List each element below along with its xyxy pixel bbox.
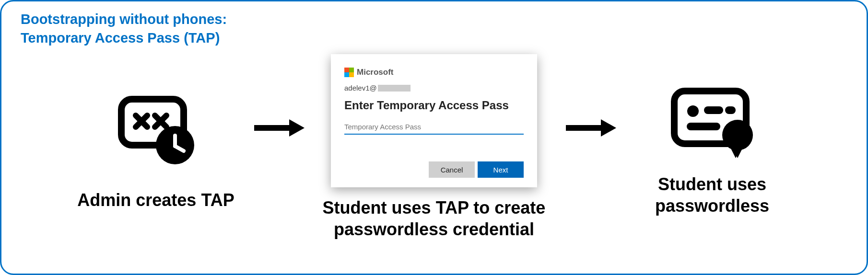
step-admin-creates-tap: Admin creates TAP bbox=[65, 84, 247, 211]
dialog-heading: Enter Temporary Access Pass bbox=[344, 99, 524, 112]
arrow-right-icon bbox=[563, 114, 616, 142]
arrow-1 bbox=[247, 114, 309, 142]
svg-marker-9 bbox=[289, 119, 305, 137]
step3-caption: Student uses passwordless bbox=[655, 173, 769, 217]
svg-rect-15 bbox=[725, 106, 736, 114]
arrow-right-icon bbox=[252, 114, 305, 142]
step-student-uses-tap: Microsoft adelev1@ Enter Temporary Acces… bbox=[309, 54, 559, 240]
dialog-buttons: Cancel Next bbox=[344, 161, 524, 178]
svg-point-17 bbox=[722, 120, 753, 150]
step3-caption-line2: passwordless bbox=[655, 196, 769, 216]
next-button[interactable]: Next bbox=[478, 161, 524, 178]
step-student-passwordless: Student uses passwordless bbox=[621, 78, 803, 217]
svg-rect-16 bbox=[687, 123, 720, 130]
svg-rect-14 bbox=[704, 106, 723, 114]
diagram-frame: Bootstrapping without phones: Temporary … bbox=[0, 0, 868, 275]
password-clock-icon bbox=[113, 84, 199, 170]
svg-point-13 bbox=[687, 105, 699, 117]
svg-marker-11 bbox=[601, 119, 616, 137]
microsoft-logo-icon bbox=[344, 68, 354, 77]
credential-badge-icon bbox=[667, 78, 758, 164]
user-prefix: adelev1@ bbox=[344, 84, 377, 92]
title-line-1: Bootstrapping without phones: bbox=[21, 11, 227, 27]
microsoft-name: Microsoft bbox=[357, 68, 394, 77]
cancel-button[interactable]: Cancel bbox=[429, 161, 475, 178]
user-identity: adelev1@ bbox=[344, 84, 524, 92]
step2-caption-line1: Student uses TAP to create bbox=[323, 198, 546, 218]
step1-caption: Admin creates TAP bbox=[77, 189, 234, 211]
tap-dialog: Microsoft adelev1@ Enter Temporary Acces… bbox=[331, 54, 537, 187]
step2-caption: Student uses TAP to create passwordless … bbox=[323, 197, 546, 240]
steps-row: Admin creates TAP Microsoft bbox=[1, 30, 867, 264]
microsoft-brand: Microsoft bbox=[344, 68, 524, 77]
redacted-domain bbox=[378, 85, 411, 92]
tap-input[interactable] bbox=[344, 121, 524, 135]
arrow-2 bbox=[559, 114, 621, 142]
step2-caption-line2: passwordless credential bbox=[334, 219, 534, 239]
step3-caption-line1: Student uses bbox=[658, 174, 766, 194]
